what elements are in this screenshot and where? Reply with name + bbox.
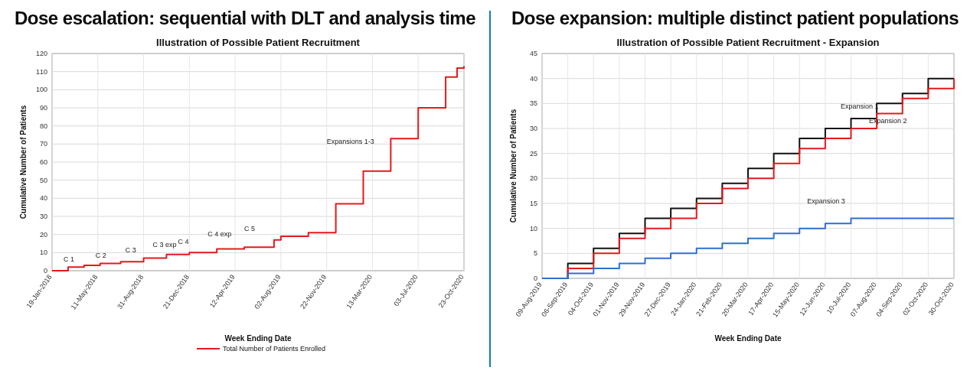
x-tick-label: 31-Aug-2018 [116, 273, 145, 310]
right-panel: Dose expansion: multiple distinct patien… [490, 0, 980, 390]
x-tick-label: 15-May-2020 [771, 281, 801, 318]
x-tick-label: 21-Feb-2020 [694, 281, 724, 317]
svg-text:90: 90 [40, 104, 47, 112]
x-tick-label: 04-Sep-2020 [874, 281, 903, 317]
x-tick-label: 30-Oct-2020 [927, 281, 956, 317]
expansion-chart: 05101520253035404509-Aug-201906-Sep-2019… [505, 34, 965, 355]
x-tick-label: 23-Oct-2020 [437, 273, 466, 309]
left-panel-title: Dose escalation: sequential with DLT and… [15, 8, 475, 29]
y-axis-label: Cumulative Number of Patients [19, 105, 28, 219]
svg-text:110: 110 [36, 67, 47, 75]
x-tick-label: 19-Jan-2018 [24, 273, 53, 309]
panel-divider [489, 11, 491, 367]
x-tick-label: 13-Mar-2020 [345, 273, 374, 310]
x-tick-label: 12-Apr-2019 [208, 273, 237, 309]
chart-annotation: Expansions 1-3 [327, 138, 374, 145]
chart-annotation: Expansion 3 [807, 197, 845, 205]
x-tick-label: 11-May-2018 [70, 273, 100, 310]
chart-annotation: C 3 [126, 246, 136, 254]
x-tick-label: 21-Dec-2018 [162, 273, 191, 310]
x-tick-label: 04-Oct-2019 [567, 281, 595, 317]
page: Dose escalation: sequential with DLT and… [0, 0, 980, 390]
svg-text:40: 40 [40, 194, 47, 202]
svg-text:30: 30 [40, 213, 47, 220]
svg-text:15: 15 [530, 200, 537, 207]
x-tick-label: 29-Nov-2019 [617, 281, 646, 317]
x-tick-label: 20-Mar-2020 [720, 281, 750, 317]
svg-text:30: 30 [530, 125, 537, 132]
svg-text:35: 35 [530, 99, 537, 107]
svg-text:20: 20 [40, 230, 47, 238]
x-tick-label: 07-Aug-2020 [849, 281, 878, 317]
svg-text:25: 25 [530, 149, 537, 157]
svg-text:50: 50 [40, 176, 47, 184]
chart-annotation: C 4 exp [207, 230, 231, 238]
chart-annotation: C 5 [244, 225, 255, 232]
chart-annotation: C 3 exp [153, 241, 177, 249]
legend-label: Total Number of Patients Enrolled [223, 345, 325, 353]
svg-text:80: 80 [40, 122, 47, 129]
x-tick-label: 24-Jan-2020 [669, 281, 697, 317]
chart-annotation: C 4 [178, 237, 188, 245]
svg-text:5: 5 [534, 249, 537, 257]
x-tick-label: 03-Jul-2020 [392, 273, 419, 307]
chart-title: Illustration of Possible Patient Recruit… [156, 37, 360, 48]
x-tick-label: 12-Jun-2020 [798, 281, 826, 317]
chart-title: Illustration of Possible Patient Recruit… [616, 37, 879, 48]
right-panel-title: Dose expansion: multiple distinct patien… [511, 8, 959, 29]
x-tick-label: 22-Nov-2019 [299, 273, 328, 310]
svg-text:70: 70 [40, 140, 47, 148]
svg-text:40: 40 [530, 74, 537, 82]
x-axis-label: Week Ending Date [224, 334, 291, 343]
x-tick-label: 10-Jul-2020 [825, 281, 852, 315]
chart-annotation: Expansion 1 [841, 102, 879, 109]
x-tick-label: 27-Dec-2019 [643, 281, 672, 317]
svg-text:45: 45 [530, 50, 537, 57]
chart-annotation: Expansion 2 [869, 117, 907, 125]
svg-text:10: 10 [530, 224, 537, 232]
x-axis-label: Week Ending Date [714, 334, 781, 343]
x-tick-label: 02-Oct-2020 [901, 281, 929, 317]
x-tick-label: 02-Aug-2019 [253, 273, 282, 310]
x-tick-label: 09-Aug-2019 [514, 281, 544, 317]
x-tick-label: 01-Nov-2019 [591, 281, 620, 317]
svg-text:20: 20 [530, 174, 537, 182]
svg-text:10: 10 [40, 249, 47, 256]
svg-text:60: 60 [40, 158, 47, 166]
x-tick-label: 17-Apr-2020 [746, 281, 775, 317]
x-tick-label: 06-Sep-2019 [540, 281, 569, 317]
left-panel: Dose escalation: sequential with DLT and… [0, 0, 490, 390]
svg-text:100: 100 [36, 86, 47, 93]
svg-text:120: 120 [36, 50, 47, 57]
y-axis-label: Cumulative Number of Patients [509, 109, 518, 223]
chart-annotation: C 2 [96, 252, 106, 259]
chart-annotation: C 1 [64, 255, 74, 263]
escalation-chart: 010203040506070809010011012019-Jan-20181… [15, 34, 475, 355]
